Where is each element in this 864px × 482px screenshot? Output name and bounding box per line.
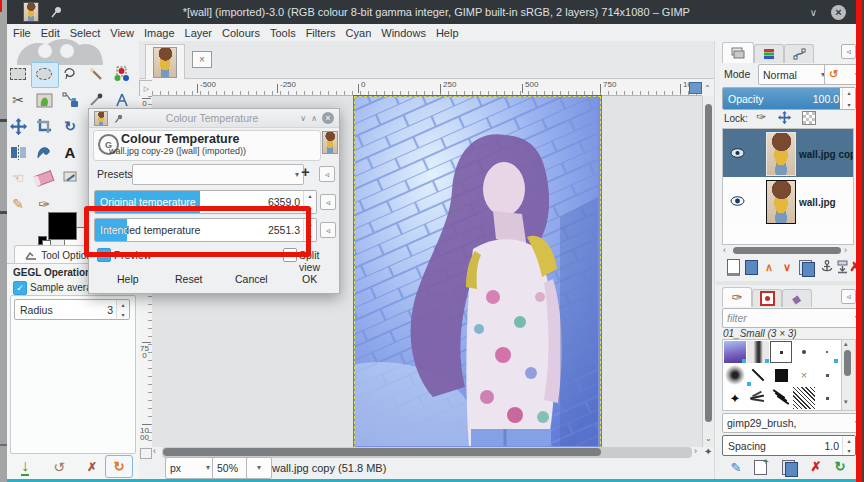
menu-view[interactable]: View [105, 27, 139, 39]
intended-temperature-menu-button[interactable]: ◃ [320, 222, 336, 238]
merge-layer-button[interactable] [835, 259, 849, 275]
brush-scroll-up-icon[interactable]: ▴ [844, 340, 848, 348]
paths-tool[interactable] [59, 90, 81, 110]
cancel-button[interactable]: Cancel [229, 271, 274, 287]
rectangle-select-tool[interactable] [7, 64, 29, 84]
vscroll-down-icon[interactable]: ⌄ [705, 434, 712, 443]
brushes-tab[interactable]: ✑ [722, 287, 752, 307]
image-tab[interactable] [145, 44, 185, 79]
pencil-tool[interactable]: ✎ [7, 194, 29, 214]
layer-row[interactable]: wall.jpg [723, 177, 853, 225]
opacity-spinscale[interactable]: Opacity 100.0 ▴▾ [722, 87, 856, 110]
presets-select[interactable]: ▾ [132, 164, 304, 185]
menu-edit[interactable]: Edit [36, 27, 65, 39]
ellipse-select-tool[interactable] [33, 64, 55, 84]
flip-tool[interactable] [7, 142, 29, 162]
sample-average-checkbox[interactable]: ✓ [13, 281, 27, 295]
raise-layer-button[interactable]: ∧ [761, 259, 777, 275]
radius-spinscale[interactable]: Radius 3 ▴▾ [14, 299, 130, 320]
brushes-dock-divider[interactable] [716, 281, 856, 285]
layer-row-selected[interactable]: wall.jpg cop [723, 129, 853, 177]
canvas-hscroll-thumb[interactable] [163, 448, 601, 456]
restore-tool-preset-button[interactable]: ↺ [50, 458, 68, 476]
add-preset-button[interactable]: + [301, 163, 310, 180]
brush-hatch-lines[interactable] [770, 387, 792, 409]
dialog-shade-icon[interactable]: ∨ [300, 114, 306, 123]
layer-list-hscroll-thumb[interactable] [733, 247, 841, 254]
menu-cyan[interactable]: Cyan [341, 27, 377, 39]
delete-tool-preset-button[interactable]: ✗ [83, 458, 101, 476]
brushes-menu-button[interactable]: ◃ [841, 289, 856, 304]
brush-square-block[interactable] [770, 364, 792, 386]
pin-icon[interactable] [49, 5, 63, 19]
brush-figure[interactable] [747, 341, 769, 363]
anchor-layer-button[interactable] [819, 259, 835, 275]
layer-thumbnail[interactable] [766, 132, 796, 176]
brush-scroll-thumb[interactable] [844, 350, 851, 376]
dialog-maximize-icon[interactable]: ∧ [311, 114, 317, 123]
brush-scroll-down-icon[interactable]: ▾ [844, 398, 848, 406]
brush-cross-x[interactable]: × [793, 364, 815, 386]
spacing-spin-buttons[interactable]: ▴▾ [842, 436, 855, 455]
brush-tiny-dot[interactable] [816, 341, 838, 363]
layer-name[interactable]: wall.jpg cop [799, 149, 854, 160]
text-tool[interactable]: A [59, 142, 81, 162]
layer-thumbnail[interactable] [766, 180, 796, 224]
paintbrush-tool[interactable]: ✑ [33, 194, 55, 214]
foreground-color-swatch[interactable] [48, 212, 77, 240]
duplicate-layer-button[interactable] [799, 260, 815, 276]
edit-brush-button[interactable]: ✎ [728, 459, 744, 475]
brush-name-select[interactable]: gimp29_brush,▾ [722, 413, 864, 433]
canvas-image[interactable] [354, 96, 601, 449]
gradients-tab[interactable]: ◆ [782, 289, 812, 307]
menu-colours[interactable]: Colours [217, 27, 265, 39]
brush-noise-texture[interactable] [793, 387, 815, 409]
reset-tool-options-button[interactable]: ↻ [105, 455, 133, 478]
shade-button[interactable]: ∨ [810, 7, 817, 18]
lower-layer-button[interactable]: ∨ [779, 259, 795, 275]
reset-button[interactable]: Reset [169, 271, 208, 287]
brush-soft-round[interactable] [724, 364, 746, 386]
menu-file[interactable]: File [7, 27, 36, 39]
lock-alpha-icon[interactable] [802, 111, 816, 125]
delete-brush-button[interactable]: ✗ [808, 458, 824, 474]
mode-select[interactable]: Normal▾ [758, 64, 830, 85]
dialog-close-button[interactable]: × [322, 112, 334, 124]
opacity-spin-buttons[interactable]: ▴▾ [842, 88, 855, 109]
brush-small-dot[interactable] [816, 364, 838, 386]
fuzzy-select-tool[interactable] [85, 64, 107, 84]
brush-charcoal-scribble[interactable] [747, 387, 769, 409]
brush-pixel-selected[interactable] [770, 341, 792, 363]
smudge-tool[interactable]: ☜ [7, 168, 29, 188]
hscroll-right-icon[interactable]: › [694, 446, 697, 456]
rotate-transform-tool[interactable]: ↻ [59, 116, 81, 136]
ok-button[interactable]: OK [296, 271, 323, 287]
patterns-tab[interactable] [752, 289, 782, 307]
brush-image-blue[interactable] [724, 341, 746, 363]
crop-tool[interactable] [33, 116, 55, 136]
brush-grid[interactable]: × ✦ [722, 339, 842, 411]
brush-small-dot[interactable] [793, 341, 815, 363]
layer-name[interactable]: wall.jpg [799, 197, 836, 208]
free-select-tool[interactable] [59, 64, 81, 84]
close-button[interactable]: × [831, 5, 846, 20]
navigation-icon[interactable]: ✦ [704, 446, 712, 457]
select-by-color-tool[interactable] [111, 64, 133, 84]
color-picker-tool[interactable] [85, 90, 107, 110]
canvas-vscroll-thumb[interactable] [705, 104, 712, 422]
eraser-tool[interactable] [33, 168, 55, 188]
lock-paint-icon[interactable]: ✑ [756, 111, 766, 123]
dialog-titlebar[interactable]: Colour Temperature ∨ ∧ × [89, 109, 339, 128]
new-layer-button[interactable] [725, 259, 741, 275]
layers-menu-button[interactable]: ◃ [841, 44, 856, 59]
refresh-brushes-button[interactable]: ↻ [832, 458, 848, 474]
zoom-follow-window-icon[interactable] [689, 82, 702, 94]
help-button[interactable]: Help [111, 271, 145, 287]
spacing-spinscale[interactable]: Spacing 1.0 ▴▾ [722, 435, 856, 456]
dialog-pin-icon[interactable] [113, 113, 124, 124]
vscroll-up-icon[interactable]: ⌃ [704, 84, 711, 93]
foreground-select-tool[interactable] [33, 90, 55, 110]
save-tool-preset-button[interactable]: ↓ [16, 458, 34, 476]
clone-tool[interactable] [59, 168, 81, 188]
menu-tools[interactable]: Tools [265, 27, 301, 39]
